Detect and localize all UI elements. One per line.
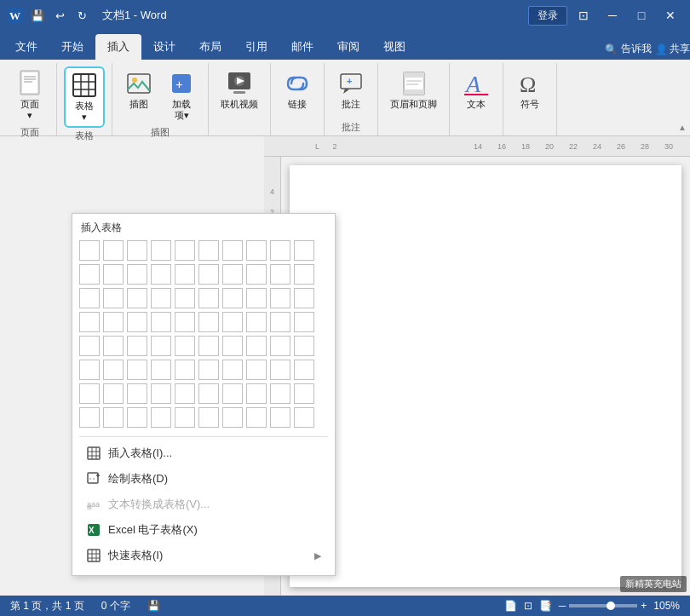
table-button[interactable]: 表格▾ [64, 66, 105, 128]
grid-cell-5-2[interactable] [127, 360, 147, 380]
grid-cell-0-2[interactable] [127, 240, 147, 261]
grid-cell-4-0[interactable] [79, 336, 100, 356]
window-maximize-button[interactable]: □ [629, 5, 654, 26]
header-footer-button[interactable]: 页眉和页脚 [385, 66, 442, 113]
table-grid[interactable] [79, 240, 328, 429]
grid-cell-1-5[interactable] [198, 264, 219, 285]
grid-cell-7-7[interactable] [246, 407, 267, 428]
share-button[interactable]: 👤 共享 [655, 42, 690, 56]
grid-cell-6-5[interactable] [198, 383, 219, 404]
grid-cell-5-0[interactable] [79, 360, 100, 380]
grid-cell-4-6[interactable] [222, 336, 243, 356]
grid-cell-3-5[interactable] [198, 312, 219, 332]
addon-button[interactable]: + 加载项▾ [162, 66, 201, 124]
grid-cell-1-7[interactable] [246, 264, 267, 285]
grid-cell-2-6[interactable] [222, 288, 243, 308]
quick-table-item[interactable]: 快速表格(I) ▶ [79, 543, 328, 568]
grid-cell-5-6[interactable] [222, 360, 243, 380]
tab-home[interactable]: 开始 [49, 34, 95, 60]
link-button[interactable]: 链接 [278, 66, 317, 113]
grid-cell-7-6[interactable] [222, 407, 243, 428]
grid-cell-6-8[interactable] [270, 383, 290, 404]
grid-cell-4-5[interactable] [198, 336, 219, 356]
redo-quick-icon[interactable]: ↻ [73, 7, 90, 24]
grid-cell-6-6[interactable] [222, 383, 243, 404]
zoom-in-icon[interactable]: + [641, 600, 647, 612]
comment-button[interactable]: + 批注 [331, 66, 371, 113]
grid-cell-2-5[interactable] [198, 288, 219, 308]
grid-cell-4-9[interactable] [294, 336, 314, 356]
grid-cell-0-1[interactable] [103, 240, 124, 261]
tab-insert[interactable]: 插入 [95, 34, 141, 60]
grid-cell-2-2[interactable] [127, 288, 147, 308]
grid-cell-3-8[interactable] [270, 312, 290, 332]
grid-cell-6-0[interactable] [79, 383, 100, 404]
zoom-out-icon[interactable]: ─ [559, 600, 566, 612]
tab-mailings[interactable]: 邮件 [279, 34, 325, 60]
text-button[interactable]: A 文本 [457, 66, 496, 113]
grid-cell-2-8[interactable] [270, 288, 290, 308]
window-restore-icon[interactable]: ⊡ [571, 5, 596, 26]
view-icon-3[interactable]: 📑 [539, 600, 552, 612]
grid-cell-2-3[interactable] [151, 288, 171, 308]
grid-cell-2-7[interactable] [246, 288, 267, 308]
tab-design[interactable]: 设计 [141, 34, 187, 60]
grid-cell-4-2[interactable] [127, 336, 147, 356]
grid-cell-0-6[interactable] [222, 240, 243, 261]
grid-cell-7-0[interactable] [79, 407, 100, 428]
save-quick-icon[interactable]: 💾 [29, 7, 46, 24]
grid-cell-5-9[interactable] [294, 360, 314, 380]
grid-cell-1-8[interactable] [270, 264, 290, 285]
grid-cell-3-2[interactable] [127, 312, 147, 332]
grid-cell-0-5[interactable] [198, 240, 219, 261]
grid-cell-7-9[interactable] [294, 407, 314, 428]
zoom-control[interactable]: ─ + [559, 600, 647, 612]
grid-cell-3-7[interactable] [246, 312, 267, 332]
grid-cell-0-4[interactable] [175, 240, 195, 261]
grid-cell-3-4[interactable] [175, 312, 195, 332]
ribbon-collapse-icon[interactable]: ▲ [678, 123, 687, 132]
grid-cell-1-3[interactable] [151, 264, 171, 285]
grid-cell-7-2[interactable] [127, 407, 147, 428]
grid-cell-7-1[interactable] [103, 407, 124, 428]
window-minimize-button[interactable]: ─ [600, 5, 625, 26]
tab-view[interactable]: 视图 [371, 34, 417, 60]
grid-cell-0-7[interactable] [246, 240, 267, 261]
grid-cell-6-9[interactable] [294, 383, 314, 404]
grid-cell-5-1[interactable] [103, 360, 124, 380]
grid-cell-2-1[interactable] [103, 288, 124, 308]
grid-cell-7-5[interactable] [198, 407, 219, 428]
grid-cell-6-1[interactable] [103, 383, 124, 404]
grid-cell-7-3[interactable] [151, 407, 171, 428]
grid-cell-6-4[interactable] [175, 383, 195, 404]
tab-review[interactable]: 审阅 [325, 34, 371, 60]
tab-references[interactable]: 引用 [233, 34, 279, 60]
grid-cell-1-1[interactable] [103, 264, 124, 285]
grid-cell-5-3[interactable] [151, 360, 171, 380]
symbol-button[interactable]: Ω 符号 [510, 66, 549, 113]
grid-cell-6-3[interactable] [151, 383, 171, 404]
grid-cell-5-4[interactable] [175, 360, 195, 380]
excel-table-item[interactable]: X Excel 电子表格(X) [79, 517, 328, 543]
grid-cell-5-5[interactable] [198, 360, 219, 380]
grid-cell-1-0[interactable] [79, 264, 100, 285]
undo-quick-icon[interactable]: ↩ [51, 7, 68, 24]
grid-cell-0-3[interactable] [151, 240, 171, 261]
tab-layout[interactable]: 布局 [187, 34, 233, 60]
draw-table-item[interactable]: 绘制表格(D) [79, 466, 328, 492]
grid-cell-2-9[interactable] [294, 288, 314, 308]
grid-cell-2-4[interactable] [175, 288, 195, 308]
grid-cell-0-0[interactable] [79, 240, 100, 261]
window-close-button[interactable]: ✕ [658, 5, 683, 26]
grid-cell-1-9[interactable] [294, 264, 314, 285]
search-area[interactable]: 🔍 告诉我 [605, 42, 652, 56]
grid-cell-3-6[interactable] [222, 312, 243, 332]
grid-cell-7-8[interactable] [270, 407, 290, 428]
view-icon-1[interactable]: 📄 [504, 600, 517, 612]
page-button[interactable]: 页面▾ [10, 66, 49, 124]
online-video-button[interactable]: 联机视频 [216, 66, 263, 113]
picture-button[interactable]: 插图 [119, 66, 158, 113]
grid-cell-4-1[interactable] [103, 336, 124, 356]
grid-cell-3-1[interactable] [103, 312, 124, 332]
tab-file[interactable]: 文件 [3, 34, 49, 60]
